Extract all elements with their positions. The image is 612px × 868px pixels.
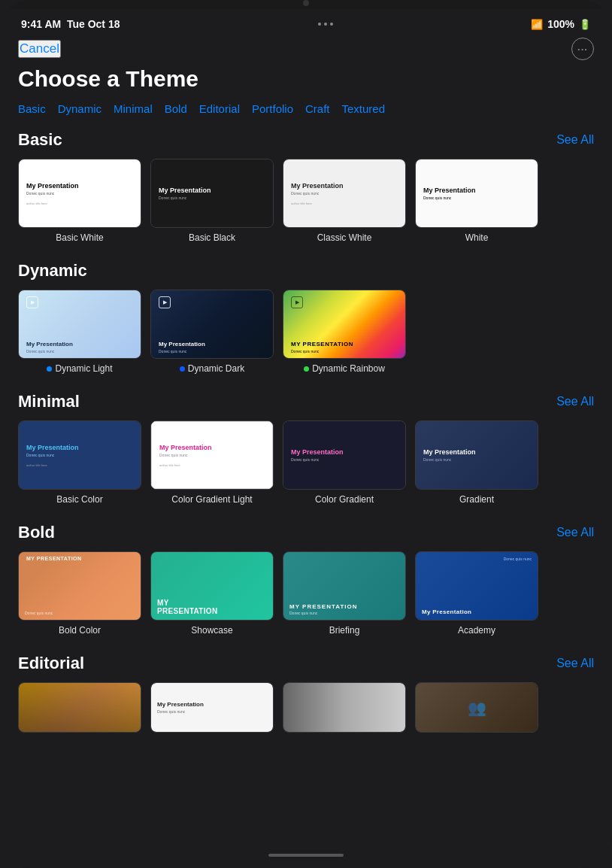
dynamic-content: MY PRESENTATION Donec quis nunc (283, 336, 405, 358)
theme-dynamic-light[interactable]: ▶ My Presentation Donec quis nunc Dynami… (18, 290, 141, 374)
theme-label-dynamic-light: Dynamic Light (55, 363, 112, 374)
basic-white-thumb: My Presentation Donec quis nunc author t… (19, 159, 141, 227)
tab-textured[interactable]: Textured (342, 102, 386, 115)
tab-bold[interactable]: Bold (165, 102, 187, 115)
dot-2 (324, 23, 327, 26)
showcase-thumb: MY PRESENTATION (151, 552, 273, 620)
tab-portfolio[interactable]: Portfolio (252, 102, 293, 115)
theme-bold-color[interactable]: MY PRESENTATION Donec quis nunc Bold Col… (18, 551, 141, 636)
theme-basic-white[interactable]: My Presentation Donec quis nunc author t… (18, 159, 141, 243)
section-minimal: Minimal See All My Presentation Donec qu… (18, 392, 594, 505)
theme-color-gradient[interactable]: My Presentation Donec quis nunc Color Gr… (283, 420, 406, 505)
section-editorial: Editorial See All (18, 654, 594, 737)
tab-craft[interactable]: Craft (305, 102, 330, 115)
theme-label-basic-color: Basic Color (56, 494, 102, 505)
home-bar (268, 854, 344, 857)
bold-content: MY PRESENTATION (157, 599, 217, 615)
thumb-footer: author title here (291, 202, 398, 205)
section-dynamic-header: Dynamic (18, 261, 594, 281)
theme-dynamic-rainbow[interactable]: ▶ MY PRESENTATION Donec quis nunc Dynami… (283, 290, 406, 374)
section-minimal-title: Minimal (18, 392, 80, 411)
thumb-title: My Presentation (26, 444, 133, 451)
theme-label-color-gradient: Color Gradient (315, 494, 374, 505)
theme-label-white: White (465, 232, 489, 243)
thumb-subtitle: Donec quis nunc (423, 457, 530, 462)
ipad-frame: 9:41 AM Tue Oct 18 📶 100% 🔋 Cancel ··· C… (0, 0, 612, 868)
theme-academy[interactable]: Donec quis nunc My Presentation Academy (415, 551, 538, 636)
status-right: 📶 100% 🔋 (531, 18, 591, 30)
theme-dynamic-dark[interactable]: ▶ My Presentation Donec quis nunc Dynami… (150, 290, 274, 374)
theme-editorial-4[interactable]: 👥 (415, 682, 538, 737)
dot-3 (330, 23, 333, 26)
bold-content: Donec quis nunc (25, 610, 53, 615)
filter-tabs: Basic Dynamic Minimal Bold Editorial Por… (18, 102, 594, 115)
thumb-title: My Presentation (291, 448, 398, 456)
theme-classic-white[interactable]: My Presentation Donec quis nunc author t… (283, 159, 406, 243)
color-grad-light-thumb: My Presentation Donec quis nunc author t… (151, 421, 273, 489)
bold-theme-row: MY PRESENTATION Donec quis nunc Bold Col… (18, 551, 594, 636)
basic-black-thumb: My Presentation Donec quis nunc (151, 159, 273, 227)
bold-content: MY PRESENTATION Donec quis nunc (289, 603, 358, 615)
white-theme-thumb: My Presentation Donec quis nunc (416, 159, 538, 227)
theme-label-briefing: Briefing (329, 625, 360, 636)
main-content: Choose a Theme Basic Dynamic Minimal Bol… (0, 66, 612, 842)
status-bar: 9:41 AM Tue Oct 18 📶 100% 🔋 (0, 9, 612, 35)
camera-dot (303, 0, 309, 6)
thumb-footer: author title here (26, 463, 133, 467)
play-icon: ▶ (159, 296, 171, 308)
tab-dynamic[interactable]: Dynamic (58, 102, 101, 115)
basic-theme-row: My Presentation Donec quis nunc author t… (18, 159, 594, 243)
theme-color-gradient-light[interactable]: My Presentation Donec quis nunc author t… (150, 420, 274, 505)
theme-label-academy: Academy (458, 625, 495, 636)
section-basic-see-all[interactable]: See All (556, 133, 594, 147)
tab-editorial[interactable]: Editorial (199, 102, 240, 115)
thumb-title: My Presentation (423, 448, 530, 456)
section-dynamic-title: Dynamic (18, 261, 87, 281)
thumb-subtitle: Donec quis nunc (159, 196, 265, 200)
thumb-subtitle: Donec quis nunc (26, 453, 133, 457)
dynamic-rainbow-thumb: ▶ MY PRESENTATION Donec quis nunc (283, 290, 405, 358)
briefing-thumb: MY PRESENTATION Donec quis nunc (283, 552, 405, 620)
theme-label-gradient: Gradient (459, 494, 494, 505)
tab-basic[interactable]: Basic (18, 102, 46, 115)
dynamic-label-row-dark: Dynamic Dark (180, 363, 244, 374)
cancel-button[interactable]: Cancel (18, 40, 61, 58)
theme-gradient[interactable]: My Presentation Donec quis nunc Gradient (415, 420, 538, 505)
section-basic: Basic See All My Presentation Donec quis… (18, 130, 594, 243)
dynamic-theme-row: ▶ My Presentation Donec quis nunc Dynami… (18, 290, 594, 374)
home-indicator (0, 842, 612, 868)
tab-minimal[interactable]: Minimal (114, 102, 153, 115)
dynamic-content: My Presentation Donec quis nunc (151, 336, 273, 358)
section-editorial-title: Editorial (18, 654, 84, 673)
thumb-subtitle: Donec quis nunc (159, 453, 265, 457)
battery-icon: 🔋 (579, 19, 591, 30)
gradient-thumb: My Presentation Donec quis nunc (416, 421, 538, 489)
section-bold-title: Bold (18, 523, 55, 542)
editorial-3-thumb (283, 683, 405, 732)
section-editorial-see-all[interactable]: See All (556, 657, 594, 670)
thumb-footer: author title here (26, 202, 133, 205)
theme-basic-color[interactable]: My Presentation Donec quis nunc author t… (18, 420, 141, 505)
thumb-subtitle: Donec quis nunc (291, 457, 398, 462)
theme-editorial-3[interactable] (283, 682, 406, 737)
theme-basic-black[interactable]: My Presentation Donec quis nunc Basic Bl… (150, 159, 274, 243)
editorial-2-thumb: My Presentation Donec quis nunc (151, 683, 273, 732)
section-bold-see-all[interactable]: See All (556, 526, 594, 539)
theme-showcase[interactable]: MY PRESENTATION Showcase (150, 551, 274, 636)
theme-white[interactable]: My Presentation Donec quis nunc White (415, 159, 538, 243)
more-button[interactable]: ··· (571, 38, 594, 60)
thumb-title: My Presentation (159, 444, 265, 451)
theme-label-bold-color: Bold Color (59, 625, 101, 636)
dynamic-label-row-rainbow: Dynamic Rainbow (304, 363, 385, 374)
thumb-subtitle: Donec quis nunc (26, 191, 133, 196)
theme-editorial-1[interactable] (18, 682, 141, 737)
page-title: Choose a Theme (18, 66, 594, 92)
section-minimal-see-all[interactable]: See All (556, 395, 594, 408)
editorial-1-thumb (19, 683, 141, 732)
thumb-title: My Presentation (26, 182, 133, 190)
theme-briefing[interactable]: MY PRESENTATION Donec quis nunc Briefing (283, 551, 406, 636)
theme-editorial-2[interactable]: My Presentation Donec quis nunc (150, 682, 274, 737)
theme-label-showcase: Showcase (191, 625, 232, 636)
dynamic-label-row-light: Dynamic Light (47, 363, 112, 374)
status-center-dots (318, 23, 333, 26)
